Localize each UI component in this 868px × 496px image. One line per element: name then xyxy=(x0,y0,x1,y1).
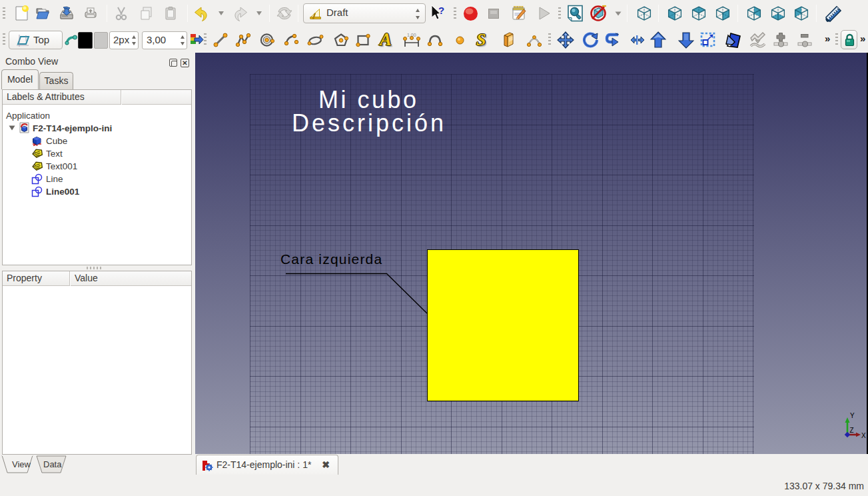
svg-text:?: ? xyxy=(438,5,444,16)
svg-text:Data: Data xyxy=(43,459,62,469)
svg-text:View: View xyxy=(12,459,31,469)
svg-text:Y: Y xyxy=(850,412,855,419)
svg-text:Z: Z xyxy=(850,427,854,434)
svg-text:X: X xyxy=(861,432,866,439)
